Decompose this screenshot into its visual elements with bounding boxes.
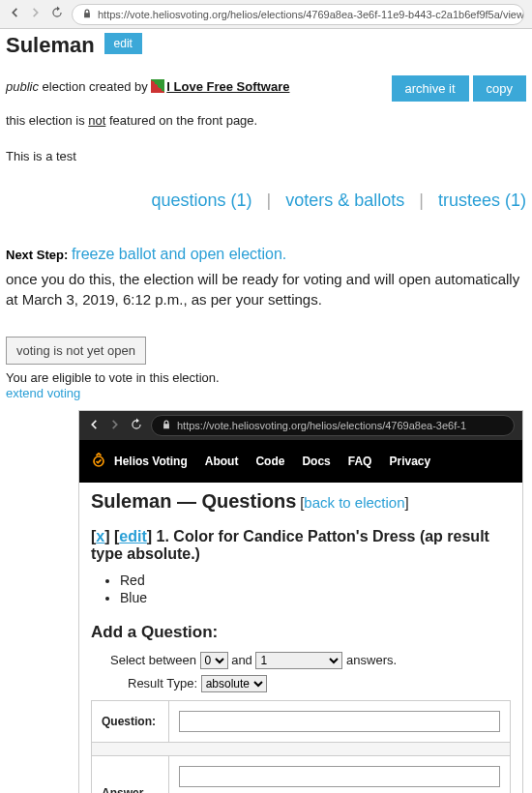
next-step-label: Next Step: <box>6 248 68 262</box>
next-step-desc: once you do this, the election will be r… <box>6 269 526 309</box>
site-nav: Helios Voting About Code Docs FAQ Privac… <box>79 440 522 483</box>
featured-line: this election is not featured on the fro… <box>6 113 526 128</box>
question-input[interactable] <box>179 711 500 732</box>
lock-icon <box>162 420 171 431</box>
url-text: https://vote.heliosvoting.org/helios/ele… <box>98 9 524 20</box>
archive-button[interactable]: archive it <box>392 75 469 102</box>
nav-code[interactable]: Code <box>255 455 284 468</box>
forward-icon[interactable] <box>108 418 122 434</box>
answer1-label: Answer #1 <box>92 756 169 794</box>
tab-questions[interactable]: questions (1) <box>151 191 251 210</box>
eligibility-text: You are eligible to vote in this electio… <box>6 370 526 385</box>
inner-window: https://vote.heliosvoting.org/helios/ele… <box>78 410 523 793</box>
tab-trustees[interactable]: trustees (1) <box>438 191 526 210</box>
brand-logo[interactable]: Helios Voting <box>89 452 188 471</box>
avatar-icon <box>151 79 164 93</box>
nav-faq[interactable]: FAQ <box>348 455 372 468</box>
election-description: This is a test <box>6 149 526 163</box>
tab-voters[interactable]: voters & ballots <box>285 191 404 210</box>
lock-icon <box>82 9 92 20</box>
visibility-label: public <box>6 79 39 94</box>
min-answers-select[interactable]: 0 <box>200 652 228 669</box>
nav-privacy[interactable]: Privacy <box>389 455 430 468</box>
question-label: Question: <box>92 701 169 743</box>
inner-url-bar[interactable]: https://vote.heliosvoting.org/helios/ele… <box>151 415 515 436</box>
max-answers-select[interactable]: 1 <box>255 652 342 669</box>
question-heading: [x] [edit] 1. Color for Candice Patton's… <box>91 528 511 563</box>
edit-question-link[interactable]: edit <box>119 528 146 544</box>
result-type-select[interactable]: absolute <box>201 675 267 692</box>
inner-url-text: https://vote.heliosvoting.org/helios/ele… <box>177 420 466 431</box>
freeze-link[interactable]: freeze ballot and open election. <box>72 246 286 262</box>
inner-address-bar: https://vote.heliosvoting.org/helios/ele… <box>79 411 522 440</box>
created-by-prefix: election created by <box>39 79 151 94</box>
extend-voting-link[interactable]: extend voting <box>6 386 80 400</box>
edit-button[interactable]: edit <box>104 33 142 54</box>
list-item: Red <box>120 573 511 588</box>
nav-docs[interactable]: Docs <box>302 455 330 468</box>
forward-icon[interactable] <box>29 6 43 22</box>
reload-icon[interactable] <box>50 6 64 22</box>
reload-icon[interactable] <box>130 418 143 434</box>
question-form: Question: Answer #1 Link (optional, http… <box>91 700 511 793</box>
url-bar[interactable]: https://vote.heliosvoting.org/helios/ele… <box>72 4 524 25</box>
copy-button[interactable]: copy <box>473 75 526 102</box>
browser-address-bar: https://vote.heliosvoting.org/helios/ele… <box>0 0 532 29</box>
back-to-election-link[interactable]: back to election <box>304 494 404 511</box>
delete-question-link[interactable]: x <box>96 528 104 544</box>
questions-page-title: Suleman — Questions <box>91 490 296 512</box>
answer1-input[interactable] <box>179 766 500 787</box>
add-question-heading: Add a Question: <box>91 623 511 642</box>
nav-about[interactable]: About <box>205 455 239 468</box>
back-icon[interactable] <box>8 6 21 22</box>
tabs-row: questions (1) | voters & ballots | trust… <box>6 191 526 211</box>
election-title: Suleman <box>6 33 95 58</box>
answer-options: Red Blue <box>120 573 511 605</box>
list-item: Blue <box>120 590 511 605</box>
creator-link[interactable]: I Love Free Software <box>166 79 289 94</box>
back-icon[interactable] <box>87 418 101 434</box>
voting-status-button[interactable]: voting is not yet open <box>6 337 146 365</box>
